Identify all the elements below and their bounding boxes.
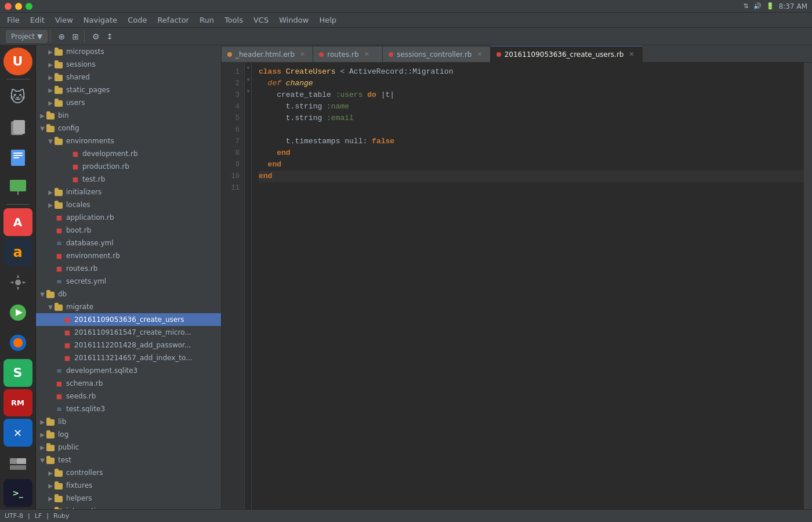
tree-item-test-fixtures[interactable]: fixtures: [36, 479, 221, 492]
visualx-icon[interactable]: ✕: [3, 419, 32, 447]
tree-label: shared: [66, 73, 90, 81]
fold-3[interactable]: ▼: [245, 86, 252, 97]
terminal-icon[interactable]: >_: [3, 479, 32, 507]
tree-item-development-rb[interactable]: ■ development.rb: [36, 147, 221, 160]
tree-item-routes-rb[interactable]: ■ routes.rb: [36, 262, 221, 275]
code-editor[interactable]: 1 2 3 4 5 6 7 8 9 10 11 ▼ ▼ ▼: [222, 63, 812, 509]
tree-item-create-micro[interactable]: ■ 20161109161547_create_micro...: [36, 326, 221, 339]
fold-2[interactable]: ▼: [245, 74, 252, 86]
tree-item-shared[interactable]: shared: [36, 71, 221, 84]
code-content[interactable]: class CreateUsers < ActiveRecord::Migrat…: [252, 63, 804, 509]
tree-item-bin[interactable]: bin: [36, 109, 221, 122]
tree-item-secrets-yml[interactable]: ≡ secrets.yml: [36, 275, 221, 288]
tab-type-indicator: [389, 52, 393, 57]
tree-item-migrate[interactable]: migrate: [36, 300, 221, 313]
menu-run[interactable]: Run: [195, 14, 219, 26]
menu-code[interactable]: Code: [123, 14, 151, 26]
files-icon[interactable]: [3, 113, 32, 141]
menu-view[interactable]: View: [50, 14, 78, 26]
menu-file[interactable]: File: [2, 14, 24, 26]
tree-label: controllers: [66, 469, 103, 477]
tree-item-integration[interactable]: integration: [36, 505, 221, 509]
tree-item-microposts[interactable]: microposts: [36, 45, 221, 58]
firefox-icon[interactable]: [3, 329, 32, 357]
tree-item-config[interactable]: config: [36, 122, 221, 135]
tree-item-database-yml[interactable]: ≡ database.yml: [36, 237, 221, 249]
tree-item-test-rb[interactable]: ■ test.rb: [36, 173, 221, 186]
rubymine-icon[interactable]: RM: [3, 389, 32, 417]
tree-item-test-sqlite[interactable]: ≡ test.sqlite3: [36, 403, 221, 415]
tree-item-locales[interactable]: locales: [36, 198, 221, 211]
tree-item-static-pages[interactable]: static_pages: [36, 84, 221, 96]
tree-item-dev-sqlite[interactable]: ≡ development.sqlite3: [36, 364, 221, 377]
presentation-icon[interactable]: [3, 173, 32, 201]
android-studio-icon[interactable]: [3, 299, 32, 327]
arrow-icon: [46, 86, 55, 94]
ankidroid-icon[interactable]: A: [3, 208, 32, 236]
tab-close-button[interactable]: ✕: [475, 50, 484, 59]
tab-header-html-erb[interactable]: _header.html.erb ✕: [222, 46, 313, 62]
tree-item-test-controllers[interactable]: controllers: [36, 466, 221, 479]
fold-1[interactable]: ▼: [245, 63, 252, 74]
document-icon[interactable]: [3, 143, 32, 171]
tree-item-initializers[interactable]: initializers: [36, 186, 221, 198]
ubuntu-icon[interactable]: U: [3, 48, 32, 75]
tree-item-boot-rb[interactable]: ■ boot.rb: [36, 224, 221, 237]
tab-create-users-rb[interactable]: 20161109053636_create_users.rb ✕: [491, 46, 643, 62]
tab-close-button[interactable]: ✕: [362, 50, 371, 59]
tree-label: database.yml: [66, 239, 114, 247]
toolbar-scope-icon[interactable]: ↕: [103, 30, 116, 43]
minimize-button[interactable]: [15, 3, 22, 10]
tree-item-add-index[interactable]: ■ 20161113214657_add_index_to...: [36, 351, 221, 364]
menu-refactor[interactable]: Refactor: [153, 14, 194, 26]
svg-rect-6: [10, 180, 26, 191]
menu-navigate[interactable]: Navigate: [79, 14, 122, 26]
tab-close-button[interactable]: ✕: [627, 50, 636, 59]
face-icon[interactable]: 🐱: [3, 83, 32, 111]
tree-label: 20161112201428_add_passwor...: [74, 341, 191, 349]
project-dropdown[interactable]: Project ▼: [6, 30, 48, 43]
tree-item-add-password[interactable]: ■ 20161112201428_add_passwor...: [36, 339, 221, 351]
tab-bar[interactable]: _header.html.erb ✕ routes.rb ✕ sessions_…: [222, 45, 812, 63]
s-icon[interactable]: S: [3, 359, 32, 387]
menu-vcs[interactable]: VCS: [249, 14, 273, 26]
fold-5: [245, 109, 252, 121]
close-button[interactable]: [5, 3, 12, 10]
tree-item-log[interactable]: log: [36, 428, 221, 441]
tree-item-public[interactable]: public: [36, 441, 221, 454]
menu-tools[interactable]: Tools: [220, 14, 248, 26]
tree-item-lib[interactable]: lib: [36, 415, 221, 428]
menu-edit[interactable]: Edit: [26, 14, 49, 26]
tab-sessions-controller-rb[interactable]: sessions_controller.rb ✕: [383, 46, 490, 62]
tree-item-production-rb[interactable]: ■ production.rb: [36, 160, 221, 173]
settings-icon[interactable]: [3, 269, 32, 296]
window-controls[interactable]: [5, 3, 32, 10]
filemanager-icon[interactable]: [3, 449, 32, 477]
tab-routes-rb[interactable]: routes.rb ✕: [313, 46, 383, 62]
tab-close-button[interactable]: ✕: [298, 50, 307, 59]
maximize-button[interactable]: [26, 3, 32, 10]
tree-item-seeds-rb[interactable]: ■ seeds.rb: [36, 390, 221, 403]
rb-file-icon: ■: [55, 213, 64, 222]
toolbar-settings-icon[interactable]: ⚙: [89, 30, 102, 43]
tree-item-create-users[interactable]: ■ 20161109053636_create_users: [36, 313, 221, 326]
menu-window[interactable]: Window: [274, 14, 313, 26]
line-num-6: 6: [222, 124, 244, 136]
tree-item-application-rb[interactable]: ■ application.rb: [36, 211, 221, 224]
tree-item-test[interactable]: test: [36, 454, 221, 466]
toolbar-split-icon[interactable]: ⊞: [69, 30, 82, 43]
folder-icon: [55, 303, 64, 311]
tree-item-test-helpers[interactable]: helpers: [36, 492, 221, 505]
tree-item-sessions[interactable]: sessions: [36, 58, 221, 71]
tree-item-users[interactable]: users: [36, 96, 221, 109]
tree-item-environment-rb[interactable]: ■ environment.rb: [36, 249, 221, 262]
file-tree-panel[interactable]: microposts sessions shared static_pages …: [36, 45, 222, 509]
rb-file-icon: ■: [55, 226, 64, 234]
menu-help[interactable]: Help: [314, 14, 341, 26]
tree-item-schema-rb[interactable]: ■ schema.rb: [36, 377, 221, 390]
toolbar-browse-icon[interactable]: ⊕: [55, 30, 68, 43]
tree-item-environments[interactable]: environments: [36, 135, 221, 147]
tree-item-db[interactable]: db: [36, 288, 221, 300]
amazon-icon[interactable]: a: [3, 238, 32, 266]
code-line-2: def change: [259, 78, 804, 89]
